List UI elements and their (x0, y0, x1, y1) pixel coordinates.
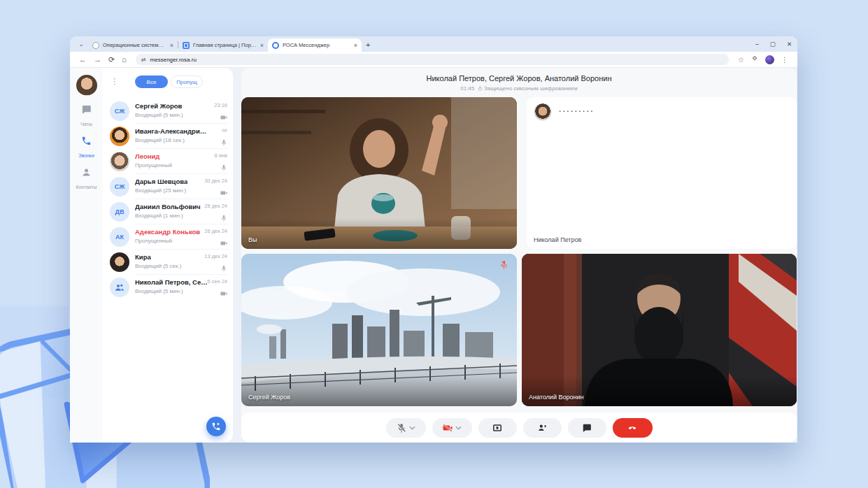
address-bar[interactable]: ⇄ messenger.rosa.ru (136, 54, 729, 65)
close-button[interactable]: ✕ (787, 41, 792, 48)
bookmark-star-icon[interactable]: ☆ (738, 56, 744, 64)
tab-title: Главная страница | Портал р… (193, 42, 257, 48)
chevron-down-icon[interactable] (409, 426, 415, 430)
window-controls: – ▢ ✕ (755, 36, 792, 52)
person-add-icon (537, 423, 547, 433)
audio-call-icon (220, 262, 227, 269)
call-list-item[interactable]: Леонид Пропущенный 8 янв (103, 149, 233, 174)
caller-name: Леонид (135, 152, 159, 160)
rosa-logo-icon (272, 42, 279, 49)
call-list-item[interactable]: ДВ Даниил Вольфович Входящий (1 мин.) 28… (103, 199, 233, 224)
avatar-initials: СЖ (110, 101, 129, 121)
minimize-button[interactable]: – (755, 41, 759, 48)
call-list-item[interactable]: Кира Входящий (5 сек.) 13 дек 24 (103, 250, 233, 275)
maximize-button[interactable]: ▢ (770, 41, 776, 48)
tile-label: Вы (248, 236, 257, 243)
forward-button[interactable]: → (94, 55, 101, 64)
call-list-item[interactable]: СЖ Сергей Жоров Входящий (5 мин.) 23:16 (103, 99, 233, 124)
label-shade (241, 218, 517, 249)
caller-name: Адександр Коньков (135, 228, 200, 236)
end-call-button[interactable] (613, 418, 653, 438)
list-menu-icon[interactable]: ⋮ (111, 77, 118, 86)
avatar-initials: СЖ (110, 177, 129, 196)
new-call-button[interactable] (206, 417, 226, 436)
video-call-icon (220, 237, 227, 244)
tab-close-icon[interactable]: × (170, 42, 173, 49)
tile-label: Николай Петров (534, 236, 581, 243)
call-list-item[interactable]: АК Адександр Коньков Пропущенный 26 дек … (103, 224, 233, 250)
screen-share-button[interactable] (478, 418, 517, 438)
screen-share-icon (492, 423, 502, 433)
nav-label: Контакты (76, 185, 97, 189)
call-list-item[interactable]: Иванга-Александрина Ив… Входящий (18 сек… (103, 124, 233, 149)
home-button[interactable]: ⌂ (122, 55, 127, 64)
call-status: Входящий (18 сек.) (135, 137, 185, 143)
avatar-photo (110, 252, 129, 272)
extensions-icon[interactable] (751, 55, 758, 64)
audio-call-icon (220, 212, 227, 219)
avatar-photo (110, 127, 129, 146)
browser-profile-avatar[interactable] (765, 55, 774, 64)
caller-name: Кира (135, 253, 151, 261)
lock-icon (478, 86, 483, 91)
call-status: Пропущенный (135, 238, 172, 244)
call-subtitle: 01:45 Защищено сквозным шифрованием (241, 85, 797, 92)
new-tab-button[interactable]: + (366, 41, 370, 49)
label-shade (241, 375, 517, 406)
video-call-icon (220, 287, 227, 294)
tab-os[interactable]: Операционные системы рос… × (88, 38, 178, 52)
nav-calls[interactable]: Звонки (70, 136, 103, 160)
mic-toggle-button[interactable] (386, 418, 426, 438)
label-shade (522, 375, 797, 406)
nav-rail: Чаты Звонки Контакты (70, 68, 103, 443)
reload-button[interactable]: ⟳ (108, 55, 115, 64)
call-time: 23:16 (214, 102, 227, 108)
chat-bubble-icon (582, 423, 592, 433)
group-call-icon (110, 278, 129, 297)
person-icon (81, 167, 92, 178)
tab-portal[interactable]: Главная страница | Портал р… × (178, 38, 268, 52)
call-screen: Николай Петров, Сергей Жоров, Анатолий В… (241, 68, 797, 443)
filter-all[interactable]: Все (135, 76, 168, 88)
participant-avatar (534, 103, 552, 121)
tab-favicon (183, 42, 190, 49)
user-avatar[interactable] (76, 75, 97, 96)
filter-missed[interactable]: Пропущ (171, 76, 203, 88)
call-time: 8 янв (215, 152, 227, 159)
phone-icon (81, 136, 92, 146)
call-status: Входящий (25 мин.) (135, 187, 186, 194)
call-list-panel: ⋮ Все Пропущ СЖ Сергей Жоров Входящий (5… (103, 68, 233, 443)
site-settings-icon[interactable]: ⇄ (141, 57, 146, 63)
tab-rosa-messenger[interactable]: РОСА Мессенджер × (268, 38, 362, 52)
nav-contacts[interactable]: Контакты (70, 167, 103, 192)
nav-label: Чаты (80, 122, 92, 127)
video-tile-you: Вы (241, 97, 517, 249)
chat-button[interactable] (568, 418, 606, 438)
encryption-label: Защищено сквозным шифрованием (484, 85, 578, 92)
tab-title: Операционные системы рос… (103, 42, 167, 48)
tab-close-icon[interactable]: × (260, 42, 264, 49)
chevron-down-icon[interactable] (455, 426, 462, 430)
call-time: 30 дек 24 (204, 178, 227, 184)
hangup-phone-icon (627, 423, 637, 433)
call-list-item[interactable]: Николай Петров, Се… Входящий (5 мин.) 5 … (103, 275, 233, 300)
tab-search-chevron-icon[interactable]: ⌄ (76, 38, 87, 50)
mic-muted-icon (397, 423, 406, 433)
back-button[interactable]: ← (79, 55, 87, 64)
nav-chats[interactable]: Чаты (70, 104, 103, 129)
avatar-initials: ДВ (110, 202, 129, 222)
call-time: 5 сен 24 (207, 278, 227, 285)
tab-close-icon[interactable]: × (354, 42, 357, 49)
call-list-item[interactable]: СЖ Дарья Шевцова Входящий (25 мин.) 30 д… (103, 174, 233, 199)
camera-toggle-button[interactable] (432, 418, 472, 438)
add-participant-button[interactable] (523, 418, 562, 438)
audio-call-icon (220, 162, 227, 168)
browser-menu-icon[interactable]: ⋮ (781, 56, 788, 64)
call-time: пт (222, 127, 228, 134)
call-status: Входящий (5 мин.) (135, 112, 183, 118)
caller-name: Дарья Шевцова (135, 178, 187, 185)
background-patch (0, 306, 69, 399)
call-time: 28 дек 24 (204, 203, 227, 209)
call-status: Входящий (5 сек.) (135, 263, 181, 269)
caller-name: Даниил Вольфович (135, 203, 201, 210)
